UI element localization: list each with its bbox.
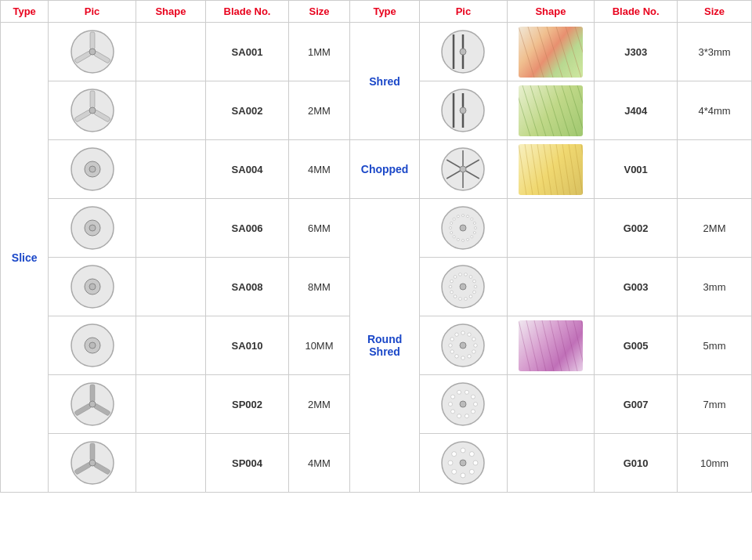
shape-cell-right-7 <box>507 434 595 493</box>
svg-point-92 <box>474 403 478 406</box>
pic-cell-right-5 <box>420 316 508 375</box>
table-row: SliceSA0011MMShredJ3033*3mm <box>1 23 752 81</box>
blade-no-cell-right-6: G007 <box>595 375 678 434</box>
svg-point-114 <box>452 452 457 457</box>
svg-point-83 <box>468 333 471 336</box>
svg-point-48 <box>474 222 476 224</box>
pic-cell-left <box>49 81 136 140</box>
size-cell-right-7: 10mm <box>678 434 752 493</box>
svg-point-38 <box>457 238 460 240</box>
blade-no-cell-left: SP004 <box>206 434 289 493</box>
svg-point-95 <box>457 414 461 418</box>
svg-point-62 <box>450 280 454 283</box>
svg-point-39 <box>454 236 456 238</box>
svg-point-34 <box>474 232 476 234</box>
size-cell-left: 1MM <box>288 23 349 81</box>
size-cell-left: 2MM <box>288 81 349 140</box>
svg-point-56 <box>470 295 473 298</box>
blade-no-cell-right-2: V001 <box>595 140 678 199</box>
svg-point-85 <box>460 342 466 349</box>
svg-point-49 <box>460 225 466 231</box>
blade-no-cell-right-7: G010 <box>595 434 678 493</box>
svg-point-68 <box>460 284 466 290</box>
col-header-size-left: Size <box>288 1 349 23</box>
svg-point-64 <box>459 273 462 276</box>
pic-cell-right-1 <box>420 81 508 140</box>
shape-cell-right-4 <box>507 258 595 316</box>
shape-cell-left <box>136 258 205 316</box>
svg-point-35 <box>471 236 473 238</box>
svg-point-99 <box>457 390 461 394</box>
svg-point-31 <box>89 225 96 231</box>
product-table: Type Pic Shape Blade No. Size Type Pic S… <box>0 0 752 493</box>
shape-cell-right-1 <box>507 81 595 140</box>
svg-point-71 <box>89 342 96 349</box>
svg-point-54 <box>475 285 478 288</box>
size-cell-left: 4MM <box>288 140 349 199</box>
svg-point-112 <box>452 469 457 474</box>
svg-point-90 <box>89 401 96 407</box>
svg-point-110 <box>470 469 475 474</box>
pic-cell-right-6 <box>420 375 508 434</box>
size-cell-right-6: 7mm <box>678 375 752 434</box>
svg-point-67 <box>473 280 476 283</box>
svg-point-60 <box>450 291 454 294</box>
svg-point-102 <box>460 401 466 407</box>
svg-point-65 <box>465 273 468 276</box>
svg-point-81 <box>455 333 458 336</box>
shape-cell-right-2 <box>507 140 595 199</box>
pic-cell-right-3 <box>420 199 508 258</box>
size-cell-right-1: 4*4mm <box>678 81 752 140</box>
svg-point-115 <box>461 448 465 453</box>
svg-rect-87 <box>90 385 95 402</box>
shape-cell-right-6 <box>507 375 595 434</box>
svg-point-8 <box>460 49 466 55</box>
svg-point-58 <box>459 298 462 301</box>
svg-point-44 <box>457 215 460 218</box>
type-cell-right-2: Chopped <box>350 140 420 199</box>
shape-cell-left <box>136 81 205 140</box>
svg-point-37 <box>462 240 465 242</box>
svg-point-42 <box>450 222 453 224</box>
blade-no-cell-left: SA010 <box>206 316 289 375</box>
svg-point-74 <box>472 350 475 353</box>
size-cell-right-2 <box>678 140 752 199</box>
shape-cell-left <box>136 375 205 434</box>
col-header-bladeno-right: Blade No. <box>595 1 678 23</box>
svg-point-113 <box>448 461 453 465</box>
pic-cell-right-7 <box>420 434 508 493</box>
svg-point-33 <box>475 227 477 229</box>
svg-point-79 <box>449 344 452 347</box>
svg-point-78 <box>450 350 454 353</box>
svg-point-100 <box>465 390 469 394</box>
svg-point-43 <box>454 218 456 220</box>
col-header-shape-left: Shape <box>136 1 205 23</box>
type-cell-slice: Slice <box>1 23 49 493</box>
pic-cell-left <box>49 434 136 493</box>
shape-cell-right-3 <box>507 199 595 258</box>
pic-cell-left <box>49 258 136 316</box>
svg-point-75 <box>468 355 471 358</box>
svg-point-13 <box>89 107 96 114</box>
svg-point-101 <box>472 395 475 399</box>
svg-rect-104 <box>90 443 95 461</box>
size-cell-right-0: 3*3mm <box>678 23 752 81</box>
svg-point-47 <box>471 218 473 220</box>
col-header-type-right: Type <box>350 1 420 23</box>
svg-point-98 <box>451 395 455 399</box>
svg-point-45 <box>462 215 465 217</box>
svg-point-109 <box>473 461 478 465</box>
blade-no-cell-right-0: J303 <box>595 23 678 81</box>
col-header-bladeno-left: Blade No. <box>206 1 289 23</box>
pic-cell-right-2 <box>420 140 508 199</box>
type-cell-right-0: Shred <box>350 23 420 140</box>
svg-point-40 <box>450 232 453 234</box>
size-cell-left: 6MM <box>288 199 349 258</box>
shape-cell-right-5 <box>507 316 595 375</box>
table-row: SA0066MMRound ShredG0022MM <box>1 199 752 258</box>
blade-no-cell-left: SA002 <box>206 81 289 140</box>
svg-point-84 <box>472 338 475 341</box>
size-cell-left: 8MM <box>288 258 349 316</box>
svg-point-97 <box>449 403 453 406</box>
pic-cell-left <box>49 23 136 81</box>
